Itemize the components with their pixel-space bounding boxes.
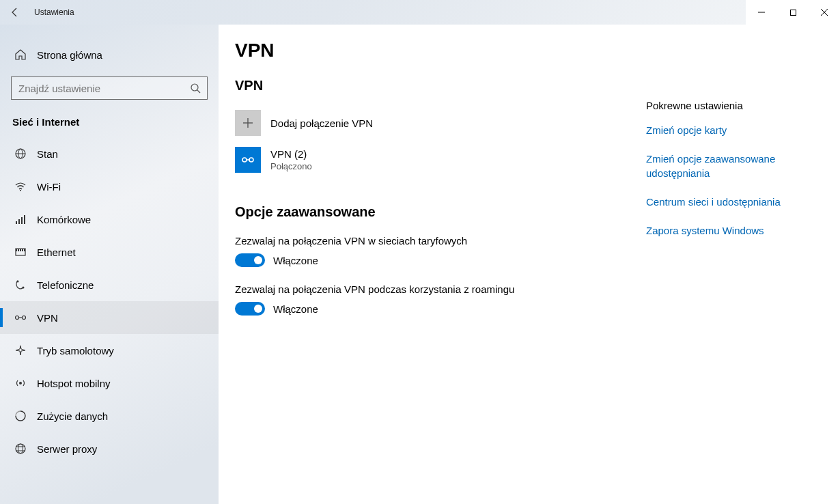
advanced-options-title: Opcje zaawansowane [235,204,639,220]
nav-label: Komórkowe [37,214,91,225]
vpn-connection-name: VPN (2) [270,148,312,160]
add-vpn-button[interactable]: Dodaj połączenie VPN [235,106,639,143]
svg-point-23 [23,316,26,320]
svg-rect-16 [18,249,19,251]
nav-item-airplane[interactable]: Tryb samolotowy [0,334,219,367]
search-input[interactable] [12,83,184,94]
proxy-icon [12,443,29,455]
svg-point-33 [249,158,253,162]
cellular-icon [12,213,29,225]
home-icon [12,48,29,61]
maximize-button[interactable] [777,0,809,25]
nav-item-status[interactable]: Stan [0,137,219,170]
nav-item-hotspot[interactable]: Hotspot mobilny [0,367,219,400]
home-label: Strona główna [37,49,102,61]
back-button[interactable] [0,0,30,25]
svg-point-20 [17,281,19,283]
link-advanced-sharing[interactable]: Zmień opcje zaawansowane udostępniania [646,152,824,180]
nav-item-dialup[interactable]: Telefoniczne [0,268,219,301]
page-title: VPN [235,40,639,61]
toggle-roaming-state: Włączone [273,303,318,315]
minimize-button[interactable] [746,0,777,25]
close-button[interactable] [809,0,840,25]
toggle-roaming-switch[interactable] [235,302,265,316]
toggle-metered-label: Zezwalaj na połączenia VPN w sieciach ta… [235,235,639,247]
section-vpn-title: VPN [235,78,639,94]
wifi-icon [12,180,29,193]
nav-label: Wi-Fi [37,181,61,193]
status-icon [12,148,29,160]
toggle-roaming-label: Zezwalaj na połączenia VPN podczas korzy… [235,283,639,295]
svg-rect-1 [790,10,796,15]
plus-icon [235,110,261,136]
svg-rect-12 [21,217,23,224]
nav-label: Hotspot mobilny [37,378,111,389]
svg-rect-18 [22,249,23,251]
nav-item-ethernet[interactable]: Ethernet [0,236,219,268]
window-controls [746,0,840,25]
add-vpn-label: Dodaj połączenie VPN [270,117,373,129]
svg-rect-17 [20,249,21,251]
svg-point-21 [23,287,25,289]
svg-point-9 [20,190,21,191]
vpn-connection-item[interactable]: VPN (2) Połączono [235,143,639,180]
nav-label: VPN [37,312,58,324]
svg-point-25 [19,382,22,384]
svg-point-4 [191,84,198,91]
ethernet-icon [12,246,29,258]
link-windows-firewall[interactable]: Zapora systemu Windows [646,224,824,238]
home-link[interactable]: Strona główna [0,40,219,70]
vpn-icon [12,311,29,324]
nav-label: Telefoniczne [37,279,94,291]
titlebar: Ustawienia [0,0,840,25]
link-adapter-options[interactable]: Zmień opcje karty [646,124,824,137]
nav-item-wifi[interactable]: Wi-Fi [0,170,219,203]
nav-item-vpn[interactable]: VPN [0,301,219,334]
nav-label: Stan [37,148,58,160]
sidebar: Strona główna Sieć i Internet Stan [0,25,219,504]
nav-item-proxy[interactable]: Serwer proxy [0,432,219,465]
svg-line-5 [197,90,200,93]
nav-label: Serwer proxy [37,443,97,455]
search-icon [184,83,207,94]
svg-rect-15 [16,249,17,251]
vpn-connection-status: Połączono [270,161,312,171]
nav-item-cellular[interactable]: Komórkowe [0,203,219,236]
hotspot-icon [12,377,29,389]
svg-rect-11 [18,219,20,224]
toggle-metered-state: Włączone [273,255,318,266]
nav-label: Zużycie danych [37,410,108,422]
svg-point-26 [16,444,25,453]
window-title: Ustawienia [30,8,74,17]
toggle-metered-switch[interactable] [235,253,265,267]
nav-label: Ethernet [37,247,76,258]
link-network-center[interactable]: Centrum sieci i udostępniania [646,195,824,209]
category-title: Sieć i Internet [0,109,219,137]
main-content: VPN VPN Dodaj połączenie VPN VPN (2) [219,25,840,504]
svg-rect-19 [24,249,25,251]
svg-rect-10 [16,221,17,224]
svg-point-32 [242,158,247,162]
nav-label: Tryb samolotowy [37,345,114,356]
svg-rect-13 [24,215,25,224]
nav-item-datausage[interactable]: Zużycie danych [0,400,219,432]
svg-point-22 [16,316,19,320]
airplane-icon [12,344,29,356]
search-box[interactable] [11,76,208,100]
svg-point-29 [18,444,23,453]
vpn-connection-icon [235,147,261,173]
related-heading: Pokrewne ustawienia [646,100,824,111]
related-settings: Pokrewne ustawienia Zmień opcje karty Zm… [646,40,824,504]
datausage-icon [12,410,29,422]
dialup-icon [12,279,29,291]
